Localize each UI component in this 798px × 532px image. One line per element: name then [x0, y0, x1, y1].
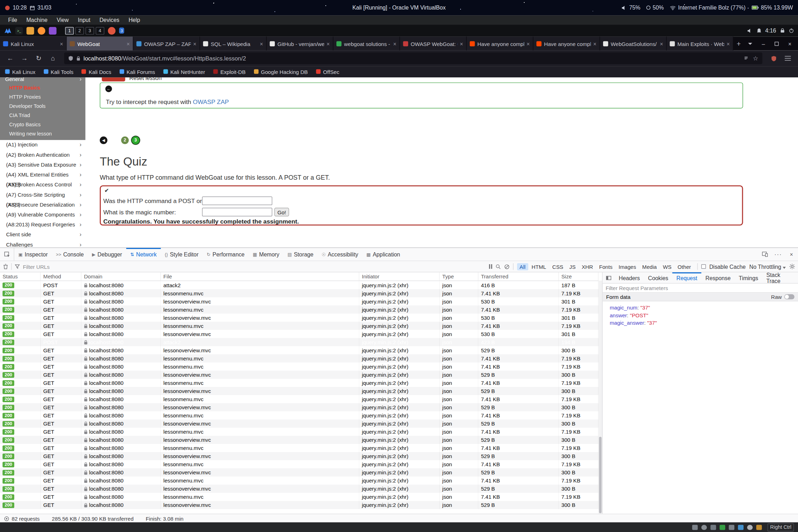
- network-request-row[interactable]: 200 GET localhost:8080 lessonoverview.mv…: [0, 468, 598, 476]
- reload-button[interactable]: ↻: [33, 52, 45, 65]
- new-tab-button[interactable]: +: [733, 37, 744, 51]
- sidebar-category-item[interactable]: Client side ›: [0, 230, 86, 240]
- network-request-row[interactable]: 200 GET localhost:8080 lessonoverview.mv…: [0, 314, 598, 322]
- network-request-row[interactable]: 200 GET localhost:8080 lessonoverview.mv…: [0, 387, 598, 395]
- site-lock-icon[interactable]: [76, 56, 81, 61]
- network-request-row[interactable]: 200 GET localhost:8080 lessonoverview.mv…: [0, 436, 598, 444]
- vbox-menu-item[interactable]: View: [53, 15, 73, 24]
- devtools-tab[interactable]: {} Style Editor: [161, 248, 202, 261]
- network-request-row[interactable]: 200 GET localhost:8080 lessonmenu.mvc jq…: [0, 289, 598, 297]
- menu-hamburger-icon[interactable]: [782, 52, 794, 65]
- kali-logo-icon[interactable]: [4, 27, 12, 35]
- request-panel-tab[interactable]: Headers: [615, 272, 644, 283]
- type-filter-button[interactable]: CSS: [550, 263, 566, 270]
- network-request-row[interactable]: 200 GET localhost:8080 lessonoverview.mv…: [0, 485, 598, 493]
- tab-close-icon[interactable]: ×: [127, 40, 130, 46]
- network-request-row[interactable]: 200 GET localhost:8080 lessonmenu.mvc jq…: [0, 444, 598, 452]
- browser-tab[interactable]: SQL – Wikipedia ×: [200, 37, 266, 51]
- reset-lesson-button[interactable]: [102, 77, 125, 82]
- devtools-tab[interactable]: ⇅ Network: [126, 248, 161, 261]
- browser-tab[interactable]: Have anyone compl ×: [467, 37, 533, 51]
- browser-tab[interactable]: OWASP ZAP – ZAP ×: [133, 37, 200, 51]
- responsive-design-icon[interactable]: [758, 248, 771, 261]
- bookmark-item[interactable]: Kali Tools: [44, 69, 74, 75]
- devtools-tab[interactable]: ▶ Debugger: [88, 248, 126, 261]
- initiator-link[interactable]: jquery.min.js:2 (xhr): [359, 468, 440, 476]
- network-request-row[interactable]: 200 GET localhost:8080 lessonoverview.mv…: [0, 501, 598, 509]
- initiator-link[interactable]: jquery.min.js:2 (xhr): [359, 476, 440, 485]
- initiator-link[interactable]: jquery.min.js:2 (xhr): [359, 281, 440, 289]
- type-filter-button[interactable]: HTML: [529, 263, 549, 270]
- clear-requests-icon[interactable]: [3, 264, 8, 270]
- screenshot-tool-icon[interactable]: [108, 27, 116, 35]
- file-manager-icon[interactable]: [27, 27, 34, 35]
- panel-volume-icon[interactable]: [747, 28, 753, 33]
- devtools-tab[interactable]: ☉ Accessibility: [318, 248, 363, 261]
- owasp-zap-link[interactable]: OWASP ZAP: [193, 98, 229, 105]
- scrollbar-thumb[interactable]: [599, 437, 601, 513]
- request-panel-tab[interactable]: Timings: [735, 272, 762, 283]
- reader-mode-icon[interactable]: [744, 56, 748, 61]
- bookmark-star-icon[interactable]: ☆: [753, 55, 758, 62]
- initiator-link[interactable]: jquery.min.js:2 (xhr): [359, 460, 440, 468]
- workspace-button[interactable]: 4: [96, 27, 104, 35]
- network-request-row[interactable]: 200 GET localhost:8080 lessonoverview.mv…: [0, 346, 598, 354]
- network-request-row[interactable]: 200 GET localhost:8080 lessonoverview.mv…: [0, 403, 598, 411]
- initiator-link[interactable]: jquery.min.js:2 (xhr): [359, 436, 440, 444]
- initiator-link[interactable]: jquery.min.js:2 (xhr): [359, 354, 440, 363]
- initiator-link[interactable]: jquery.min.js:2 (xhr): [359, 395, 440, 403]
- sidebar-category-item[interactable]: (A3) Sensitive Data Exposure ›: [0, 160, 86, 170]
- column-header[interactable]: Method: [41, 272, 81, 281]
- workspace-button[interactable]: 3: [86, 27, 94, 35]
- type-filter-button[interactable]: JS: [567, 263, 578, 270]
- sidebar-item-general[interactable]: General ›: [0, 77, 86, 83]
- list-all-tabs-icon[interactable]: [744, 37, 756, 51]
- devtools-tab[interactable]: ▣ Inspector: [14, 248, 52, 261]
- initiator-link[interactable]: jquery.min.js:2 (xhr): [359, 363, 440, 371]
- bookmark-item[interactable]: Kali Linux: [5, 69, 35, 75]
- pager-page-button[interactable]: 1: [110, 137, 118, 144]
- network-request-row[interactable]: 200 GET localhost:8080 lessonmenu.mvc jq…: [0, 379, 598, 387]
- sidebar-lesson-item[interactable]: Writing new lesson ✓: [0, 129, 86, 139]
- vbox-menu-item[interactable]: File: [4, 15, 22, 24]
- type-filter-button[interactable]: XHR: [579, 263, 595, 270]
- throttling-select[interactable]: No Throttling: [749, 264, 786, 270]
- request-panel-tab[interactable]: Request: [672, 272, 701, 283]
- tab-close-icon[interactable]: ×: [60, 40, 63, 46]
- go-button[interactable]: Go!: [274, 208, 289, 216]
- bookmark-item[interactable]: Kali NetHunter: [163, 69, 205, 75]
- window-close-button[interactable]: ×: [784, 37, 796, 51]
- tab-close-icon[interactable]: ×: [527, 40, 530, 46]
- initiator-link[interactable]: jquery.min.js:2 (xhr): [359, 420, 440, 428]
- workspace-button[interactable]: 1: [65, 27, 74, 35]
- network-request-row[interactable]: 200 GET localhost:8080 lessonmenu.mvc jq…: [0, 493, 598, 501]
- column-header[interactable]: Type: [440, 272, 478, 281]
- bookmark-item[interactable]: OffSec: [316, 69, 339, 75]
- network-request-row[interactable]: 200 GET localhost:8080 lessonmenu.mvc jq…: [0, 322, 598, 330]
- har-settings-gear-icon[interactable]: [790, 264, 795, 270]
- initiator-link[interactable]: jquery.min.js:2 (xhr): [359, 444, 440, 452]
- network-request-row[interactable]: 200 GET localhost:8080 lessonmenu.mvc jq…: [0, 306, 598, 314]
- window-minimize-button[interactable]: –: [757, 37, 770, 51]
- lock-screen-icon[interactable]: [780, 28, 785, 33]
- type-filter-button[interactable]: Media: [640, 263, 659, 270]
- pager-back-button[interactable]: ◀: [100, 137, 108, 144]
- initiator-link[interactable]: jquery.min.js:2 (xhr): [359, 297, 440, 306]
- home-button[interactable]: ⌂: [47, 52, 59, 65]
- split-panel-icon[interactable]: [603, 272, 615, 283]
- pager-page-button[interactable]: 2: [121, 137, 129, 144]
- table-scrollbar[interactable]: [598, 281, 602, 514]
- initiator-link[interactable]: jquery.min.js:2 (xhr): [359, 330, 440, 338]
- devtools-tab[interactable]: ↻ Performance: [203, 248, 249, 261]
- sidebar-lesson-item[interactable]: HTTP Basics ✓: [0, 83, 86, 93]
- devtools-close-icon[interactable]: ×: [785, 248, 798, 261]
- url-bar[interactable]: localhost:8080/WebGoat/start.mvc#lesson/…: [64, 52, 762, 64]
- type-filter-button[interactable]: All: [517, 263, 528, 270]
- vbox-menu-item[interactable]: Machine: [22, 15, 52, 24]
- sidebar-lesson-item[interactable]: Crypto Basics ✓: [0, 120, 86, 129]
- network-request-row[interactable]: 200 GET localhost:8080 lessonoverview.mv…: [0, 420, 598, 428]
- initiator-link[interactable]: jquery.min.js:2 (xhr): [359, 379, 440, 387]
- network-request-row[interactable]: 200 GET localhost:8080 lessonmenu.mvc jq…: [0, 460, 598, 468]
- sidebar-category-item[interactable]: (A8:2013) Request Forgeries ›: [0, 220, 86, 230]
- sidebar-category-item[interactable]: (A7) Cross-Site Scripting (XSS) ›: [0, 190, 86, 200]
